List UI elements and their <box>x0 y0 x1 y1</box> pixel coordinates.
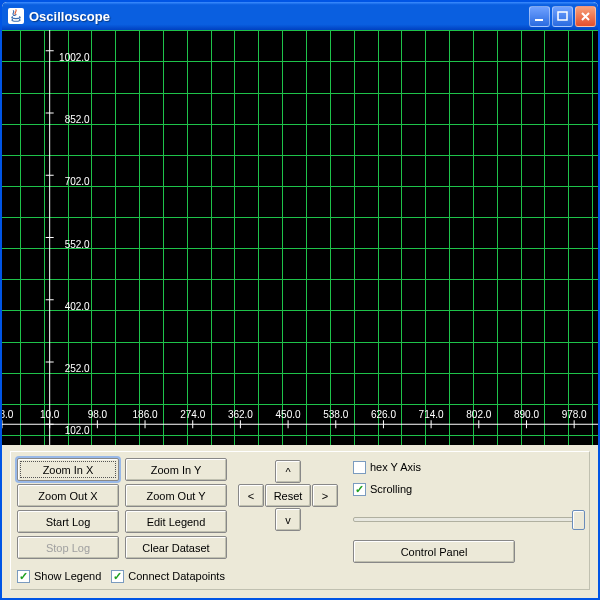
svg-text:978.0: 978.0 <box>562 409 587 420</box>
hex-y-axis-label: hex Y Axis <box>370 461 421 473</box>
svg-text:890.0: 890.0 <box>514 409 539 420</box>
title-bar: Oscilloscope <box>2 2 598 30</box>
zoom-out-y-button[interactable]: Zoom Out Y <box>125 484 227 507</box>
svg-text:274.0: 274.0 <box>180 409 205 420</box>
svg-rect-1 <box>558 12 567 20</box>
connect-datapoints-label: Connect Datapoints <box>128 570 225 582</box>
reset-button[interactable]: Reset <box>265 484 311 507</box>
svg-text:1002.0: 1002.0 <box>59 52 90 63</box>
java-icon <box>8 8 24 24</box>
clear-dataset-button[interactable]: Clear Dataset <box>125 536 227 559</box>
show-legend-checkbox[interactable] <box>17 570 30 583</box>
content-area: -78.010.098.0186.0274.0362.0450.0538.062… <box>2 30 598 598</box>
svg-text:186.0: 186.0 <box>133 409 158 420</box>
svg-text:10.0: 10.0 <box>40 409 60 420</box>
start-log-button[interactable]: Start Log <box>17 510 119 533</box>
zoom-in-x-button[interactable]: Zoom In X <box>17 458 119 481</box>
svg-text:538.0: 538.0 <box>323 409 348 420</box>
maximize-button[interactable] <box>552 6 573 27</box>
scrolling-label: Scrolling <box>370 483 412 495</box>
svg-text:626.0: 626.0 <box>371 409 396 420</box>
svg-text:702.0: 702.0 <box>65 176 90 187</box>
zoom-out-x-button[interactable]: Zoom Out X <box>17 484 119 507</box>
close-button[interactable] <box>575 6 596 27</box>
hex-y-axis-checkbox[interactable] <box>353 461 366 474</box>
control-panel-button[interactable]: Control Panel <box>353 540 515 563</box>
scrolling-checkbox[interactable] <box>353 483 366 496</box>
pan-dpad: ^ < Reset > v <box>239 461 337 530</box>
svg-text:714.0: 714.0 <box>419 409 444 420</box>
svg-text:852.0: 852.0 <box>65 114 90 125</box>
show-legend-label: Show Legend <box>34 570 101 582</box>
oscilloscope-window: Oscilloscope -78.010.098.0186.0274.0362.… <box>0 0 600 600</box>
svg-text:450.0: 450.0 <box>276 409 301 420</box>
svg-text:102.0: 102.0 <box>65 425 90 436</box>
svg-rect-0 <box>535 19 543 21</box>
scroll-slider[interactable] <box>353 508 583 528</box>
pan-down-button[interactable]: v <box>275 508 301 531</box>
control-panel-area: Zoom In X Zoom Out X Start Log Stop Log … <box>2 445 598 598</box>
pan-left-button[interactable]: < <box>238 484 264 507</box>
svg-text:552.0: 552.0 <box>65 239 90 250</box>
minimize-button[interactable] <box>529 6 550 27</box>
svg-text:802.0: 802.0 <box>466 409 491 420</box>
svg-text:252.0: 252.0 <box>65 363 90 374</box>
svg-text:98.0: 98.0 <box>88 409 108 420</box>
oscilloscope-plot[interactable]: -78.010.098.0186.0274.0362.0450.0538.062… <box>2 30 598 445</box>
edit-legend-button[interactable]: Edit Legend <box>125 510 227 533</box>
connect-datapoints-checkbox[interactable] <box>111 570 124 583</box>
svg-text:-78.0: -78.0 <box>2 409 14 420</box>
svg-text:402.0: 402.0 <box>65 301 90 312</box>
stop-log-button: Stop Log <box>17 536 119 559</box>
window-title: Oscilloscope <box>29 9 529 24</box>
svg-text:362.0: 362.0 <box>228 409 253 420</box>
pan-up-button[interactable]: ^ <box>275 460 301 483</box>
pan-right-button[interactable]: > <box>312 484 338 507</box>
zoom-in-y-button[interactable]: Zoom In Y <box>125 458 227 481</box>
